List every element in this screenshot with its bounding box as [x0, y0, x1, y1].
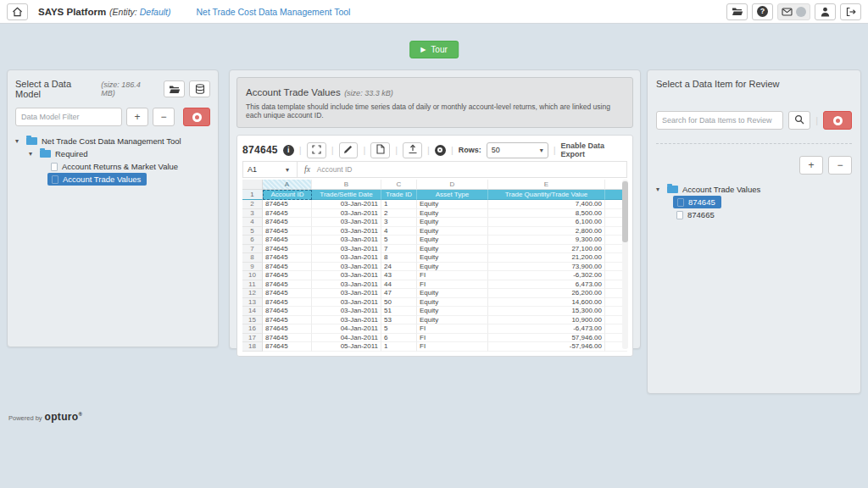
sheet-cell[interactable]: 27,100.00 — [488, 245, 605, 254]
database-button[interactable] — [189, 80, 210, 97]
enable-data-export-label[interactable]: Enable Data Export — [561, 141, 628, 158]
corner-cell[interactable] — [242, 180, 263, 190]
sheet-cell[interactable]: FI — [417, 271, 488, 280]
sheet-cell[interactable]: FI — [417, 280, 488, 290]
sheet-cell[interactable]: 03-Jan-2011 — [312, 263, 381, 272]
sheet-header-cell[interactable]: Asset Type — [417, 190, 488, 200]
row-number[interactable]: 5 — [242, 227, 263, 236]
sheet-cell[interactable]: -6,302.00 — [488, 271, 605, 280]
sheet-cell[interactable]: 03-Jan-2011 — [312, 209, 381, 219]
breadcrumb-app-link[interactable]: Net Trade Cost Data Management Tool — [196, 7, 350, 17]
row-number[interactable]: 14 — [242, 307, 263, 316]
home-button[interactable] — [7, 3, 28, 20]
sheet-cell[interactable]: Equity — [417, 307, 488, 316]
sheet-cell[interactable]: Equity — [417, 218, 488, 227]
sheet-header-cell[interactable]: Trade ID — [381, 190, 417, 200]
sheet-cell[interactable]: 03-Jan-2011 — [312, 218, 381, 227]
tree-leaf-account-trade-values[interactable]: Account Trade Values — [15, 173, 210, 186]
sheet-cell[interactable]: 874645 — [263, 280, 312, 290]
sheet-cell[interactable]: Equity — [417, 245, 488, 254]
sheet-cell[interactable]: 15,300.00 — [488, 307, 605, 316]
caret-down-icon[interactable]: ▾ — [29, 150, 36, 158]
tree-node-required[interactable]: ▾ Required — [15, 147, 210, 160]
sheet-cell[interactable]: Equity — [417, 236, 488, 245]
sheet-cell[interactable]: 51 — [381, 307, 417, 316]
sheet-cell[interactable]: 73,900.00 — [488, 263, 605, 272]
sheet-cell[interactable]: 03-Jan-2011 — [312, 298, 381, 308]
help-button[interactable]: ? — [752, 3, 773, 20]
sheet-cell[interactable]: 6,100.00 — [488, 218, 605, 227]
vertical-scrollbar[interactable] — [622, 180, 628, 349]
tour-button[interactable]: ▶ Tour — [409, 41, 459, 58]
sheet-cell[interactable]: 874645 — [263, 342, 312, 352]
search-button[interactable] — [788, 111, 810, 130]
row-number[interactable]: 7 — [242, 245, 263, 254]
fullscreen-button[interactable] — [307, 142, 326, 158]
sheet-cell[interactable]: 21,200.00 — [488, 253, 605, 263]
sheet-cell[interactable]: 44 — [381, 280, 417, 290]
expand-items-button[interactable]: + — [799, 156, 823, 175]
tree-leaf-account-returns[interactable]: Account Returns & Market Value — [15, 160, 210, 173]
sheet-cell[interactable]: 1 — [381, 342, 417, 352]
sheet-cell[interactable]: 4 — [381, 227, 417, 236]
formula-input[interactable]: Account ID — [317, 165, 353, 174]
sheet-cell[interactable]: 03-Jan-2011 — [312, 280, 381, 290]
sheet-cell[interactable]: 03-Jan-2011 — [312, 245, 381, 254]
files-button[interactable] — [726, 3, 748, 20]
sheet-cell[interactable]: Equity — [417, 289, 488, 298]
sheet-cell[interactable]: FI — [417, 342, 488, 352]
row-number[interactable]: 12 — [242, 289, 263, 298]
sheet-cell[interactable]: 874645 — [263, 209, 312, 219]
sheet-cell[interactable]: 03-Jan-2011 — [312, 253, 381, 263]
sheet-cell[interactable]: 874645 — [263, 316, 312, 325]
logout-button[interactable] — [840, 3, 861, 20]
sheet-cell[interactable]: 874645 — [263, 236, 312, 245]
sheet-cell[interactable]: 874645 — [263, 218, 312, 227]
sheet-cell[interactable]: 03-Jan-2011 — [312, 200, 381, 209]
sheet-cell[interactable]: 10,900.00 — [488, 316, 605, 325]
sheet-cell[interactable]: 7 — [381, 245, 417, 254]
sheet-cell[interactable]: -57,946.00 — [488, 342, 605, 352]
sheet-cell[interactable]: 04-Jan-2011 — [312, 334, 381, 343]
row-number[interactable]: 3 — [242, 209, 263, 219]
sheet-cell[interactable]: Equity — [417, 263, 488, 272]
upload-button[interactable] — [403, 142, 422, 158]
file-button[interactable] — [370, 142, 390, 158]
sheet-cell[interactable]: Equity — [417, 253, 488, 263]
column-letter[interactable]: C — [381, 180, 417, 190]
sheet-cell[interactable]: 874645 — [263, 324, 312, 334]
tree-node-account-trade-values[interactable]: ▾ Account Trade Values — [656, 183, 852, 196]
user-button[interactable] — [815, 3, 836, 20]
sheet-cell[interactable]: 2 — [381, 209, 417, 219]
sheet-cell[interactable]: 874645 — [263, 271, 312, 280]
row-number[interactable]: 18 — [242, 342, 263, 352]
row-number[interactable]: 2 — [242, 200, 263, 209]
sheet-cell[interactable]: 03-Jan-2011 — [312, 271, 381, 280]
messages-button[interactable] — [777, 3, 810, 20]
row-number[interactable]: 8 — [242, 253, 263, 263]
sheet-cell[interactable]: 874645 — [263, 307, 312, 316]
sheet-cell[interactable]: 26,200.00 — [488, 289, 605, 298]
column-letter[interactable]: E — [488, 180, 605, 190]
column-letter[interactable]: A — [263, 180, 312, 190]
sheet-cell[interactable]: 8 — [381, 253, 417, 263]
rows-per-page-select[interactable]: 50 ▾ — [487, 142, 548, 158]
column-letter[interactable]: B — [312, 180, 381, 190]
sheet-cell[interactable]: 03-Jan-2011 — [312, 289, 381, 298]
row-number[interactable]: 6 — [242, 236, 263, 245]
open-model-button[interactable] — [164, 80, 185, 97]
sheet-cell[interactable]: FI — [417, 324, 488, 334]
sheet-cell[interactable]: 24 — [381, 263, 417, 272]
tree-leaf-874665[interactable]: 874665 — [656, 208, 852, 221]
sheet-cell[interactable]: 03-Jan-2011 — [312, 307, 381, 316]
sheet-cell[interactable]: 6 — [381, 334, 417, 343]
sheet-cell[interactable]: 03-Jan-2011 — [312, 227, 381, 236]
caret-down-icon[interactable]: ▾ — [15, 137, 22, 145]
sheet-cell[interactable]: 9,300.00 — [488, 236, 605, 245]
sheet-cell[interactable]: FI — [417, 334, 488, 343]
sheet-cell[interactable]: 14,600.00 — [488, 298, 605, 308]
sheet-cell[interactable]: 8,500.00 — [488, 209, 605, 219]
sheet-header-cell[interactable]: Trade/Settle Date — [312, 190, 381, 200]
sheet-cell[interactable]: Equity — [417, 200, 488, 209]
sheet-cell[interactable]: 3 — [381, 218, 417, 227]
